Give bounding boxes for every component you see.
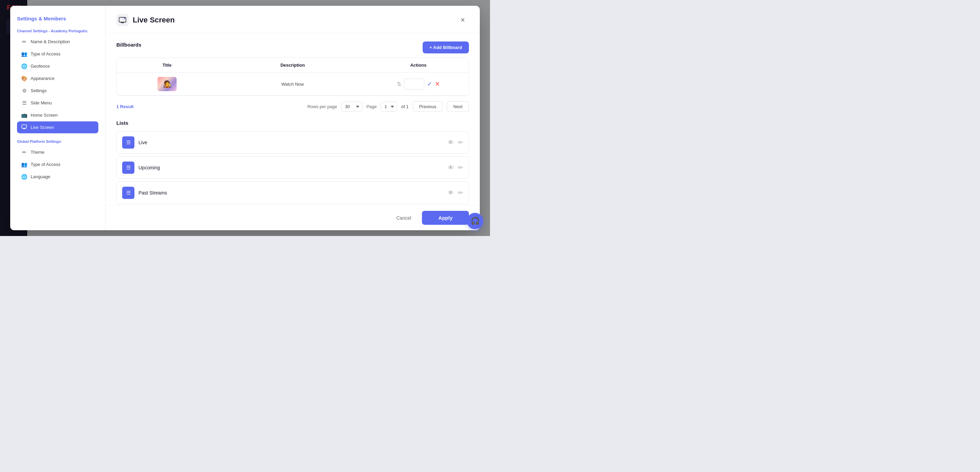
svg-rect-0 <box>22 125 27 128</box>
list-item-past-streams: ☰ Past Streams 👁 ✏ <box>116 181 469 204</box>
sidebar-item-label: Theme <box>30 149 44 155</box>
modal-body: Billboards + Add Billboard Title Descrip… <box>105 33 480 205</box>
list-icon: ☰ <box>122 137 134 149</box>
sidebar-item-label: Side Menu <box>30 100 52 105</box>
tv-icon: 📺 <box>21 112 27 118</box>
gear-icon: ⚙ <box>21 88 27 94</box>
of-label: of 1 <box>401 104 409 109</box>
rows-per-page-label: Rows per page <box>307 104 337 109</box>
add-billboard-button[interactable]: + Add Billboard <box>423 41 469 53</box>
sidebar-item-type-of-access-global[interactable]: 👥 Type of Access <box>17 159 98 171</box>
sidebar-item-label: Home Screen <box>30 113 57 118</box>
view-icon[interactable]: 👁 <box>448 139 454 146</box>
edit-icon[interactable]: ✏ <box>458 164 463 172</box>
list-icon: ☰ <box>122 187 134 199</box>
pagination: 1 Result Rows per page 30 50 100 Page 1 … <box>116 101 469 112</box>
list-name: Upcoming <box>138 165 160 170</box>
lists-section: Lists ☰ Live 👁 ✏ <box>116 120 469 204</box>
list-item-actions: 👁 ✏ <box>448 139 463 146</box>
billboards-table: Title Description Actions 🧑‍🎤 Watch Now <box>116 57 469 96</box>
close-button[interactable]: × <box>457 14 469 26</box>
appearance-icon: 🎨 <box>21 75 27 82</box>
td-description: Watch Now <box>217 78 368 91</box>
channel-section-label: Channel Settings - Academy Português: <box>17 29 98 33</box>
td-actions: ⇅ ✓ ✕ <box>368 75 469 94</box>
confirm-action-icon[interactable]: ✓ <box>427 80 432 88</box>
modal-footer: Cancel Apply <box>105 205 480 230</box>
headset-icon: 🎧 <box>471 217 480 226</box>
edit-icon[interactable]: ✏ <box>458 139 463 146</box>
cancel-button[interactable]: Cancel <box>391 212 417 224</box>
list-item-actions: 👁 ✏ <box>448 189 463 197</box>
support-bubble[interactable]: 🎧 <box>467 213 483 229</box>
billboards-section-title: Billboards <box>116 42 141 48</box>
sidebar-item-home-screen[interactable]: 📺 Home Screen <box>17 109 98 121</box>
th-title: Title <box>117 58 217 72</box>
sidebar-item-label: Live Screen <box>30 125 54 130</box>
theme-pencil-icon: ✏ <box>21 149 27 156</box>
sidebar-title: Settings & Members <box>17 15 98 22</box>
th-description: Description <box>217 58 368 72</box>
list-item-upcoming: ☰ Upcoming 👁 ✏ <box>116 156 469 179</box>
th-actions: Actions <box>368 58 469 72</box>
view-icon[interactable]: 👁 <box>448 189 454 197</box>
sidebar-item-label: Settings <box>30 88 47 93</box>
sidebar-item-name-description[interactable]: ✏ Name & Description <box>17 36 98 48</box>
sidebar-item-label: Type of Access <box>30 162 60 167</box>
list-item-actions: 👁 ✏ <box>448 164 463 172</box>
sidebar-item-type-of-access[interactable]: 👥 Type of Access <box>17 48 98 60</box>
list-item-left: ☰ Live <box>122 137 147 149</box>
rows-per-page-select[interactable]: 30 50 100 <box>341 102 363 111</box>
sidebar-item-label: Appearance <box>30 76 54 81</box>
billboard-thumbnail: 🧑‍🎤 <box>158 77 177 91</box>
edit-icon[interactable]: ✏ <box>458 189 463 197</box>
modal-header: Live Screen × <box>105 6 480 33</box>
order-input[interactable] <box>404 79 424 89</box>
sidebar-item-geofence[interactable]: 🌐 Geofence <box>17 60 98 72</box>
list-item-left: ☰ Past Streams <box>122 187 167 199</box>
page-label: Page <box>366 104 377 109</box>
next-button[interactable]: Next <box>447 101 469 112</box>
modal-title: Live Screen <box>133 16 175 24</box>
cancel-action-icon[interactable]: ✕ <box>435 80 440 88</box>
sidebar-item-theme[interactable]: ✏ Theme <box>17 146 98 159</box>
view-icon[interactable]: 👁 <box>448 164 454 172</box>
modal-overlay: Settings & Members Channel Settings - Ac… <box>0 0 490 236</box>
pencil-icon: ✏ <box>21 39 27 45</box>
lists-section-title: Lists <box>116 120 469 126</box>
list-icon: ☰ <box>122 162 134 174</box>
apply-button[interactable]: Apply <box>422 211 469 225</box>
list-name: Live <box>138 140 147 145</box>
sidebar-item-label: Type of Access <box>30 51 60 56</box>
sidebar-item-side-menu[interactable]: ☰ Side Menu <box>17 97 98 109</box>
users-icon: 👥 <box>21 51 27 57</box>
td-thumbnail: 🧑‍🎤 <box>117 73 217 95</box>
modal-title-wrap: Live Screen <box>116 14 175 26</box>
list-item-live: ☰ Live 👁 ✏ <box>116 131 469 154</box>
sidebar-item-label: Name & Description <box>30 39 70 44</box>
sort-icon[interactable]: ⇅ <box>397 81 401 87</box>
sidebar-item-label: Language <box>30 174 50 179</box>
list-item-left: ☰ Upcoming <box>122 162 160 174</box>
main-content: Live Screen × Billboards + Add Billboard… <box>105 6 480 230</box>
list-name: Past Streams <box>138 190 167 195</box>
sidebar-item-settings[interactable]: ⚙ Settings <box>17 85 98 97</box>
svg-point-2 <box>124 17 125 19</box>
sidebar: Settings & Members Channel Settings - Ac… <box>10 6 105 230</box>
sidebar-item-language[interactable]: 🌐 Language <box>17 171 98 183</box>
language-globe-icon: 🌐 <box>21 174 27 180</box>
table-row: 🧑‍🎤 Watch Now ⇅ ✓ ✕ <box>117 73 469 95</box>
global-users-icon: 👥 <box>21 162 27 168</box>
result-count: 1 Result <box>116 104 303 109</box>
app-background: FAN ⌂ ▶ ▶ 👤 💰 📣 📊 💳 ⚙ Settings & Members… <box>0 0 490 236</box>
thumb-inner: 🧑‍🎤 <box>158 77 177 91</box>
sidebar-item-label: Geofence <box>30 64 50 69</box>
previous-button[interactable]: Previous <box>413 101 443 112</box>
menu-icon: ☰ <box>21 100 27 106</box>
page-select[interactable]: 1 <box>381 102 397 111</box>
billboards-section-header: Billboards + Add Billboard <box>116 41 469 53</box>
screen-icon <box>21 124 27 130</box>
sidebar-item-appearance[interactable]: 🎨 Appearance <box>17 72 98 85</box>
sidebar-item-live-screen[interactable]: Live Screen <box>17 121 98 133</box>
modal: Settings & Members Channel Settings - Ac… <box>10 6 480 230</box>
